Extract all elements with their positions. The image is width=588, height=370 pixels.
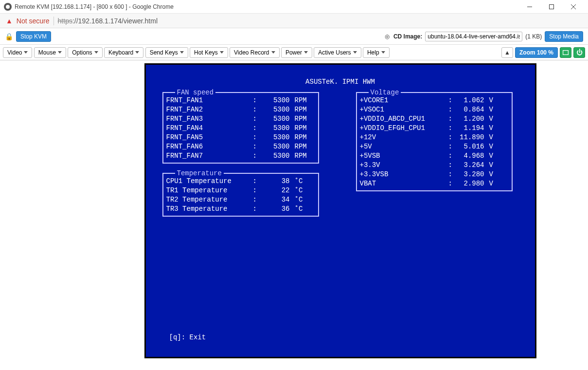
data-row: TR3 Temperature:36˚C <box>166 204 315 214</box>
kvm-frame-border: ASUSTeK. IPMI HWM FAN speed FRNT_FAN1:53… <box>144 63 536 358</box>
data-row: FRNT_FAN6:5300RPM <box>166 142 315 151</box>
chevron-down-icon <box>58 51 62 54</box>
data-row: +5V:5.016V <box>360 142 509 151</box>
stop-kvm-button[interactable]: Stop KVM <box>16 31 51 42</box>
chevron-down-icon <box>381 51 385 54</box>
fan-speed-panel: FAN speed FRNT_FAN1:5300RPMFRNT_FAN2:530… <box>162 92 319 164</box>
svg-rect-4 <box>563 50 569 55</box>
fan-legend: FAN speed <box>175 88 216 97</box>
zoom-button[interactable]: Zoom 100 % <box>515 47 558 58</box>
svg-rect-1 <box>549 4 553 9</box>
menu-video[interactable]: Video <box>3 47 32 58</box>
url-path: ://192.168.1.174/viewer.html <box>72 17 158 25</box>
data-row: FRNT_FAN3:5300RPM <box>166 114 315 124</box>
kvm-toolbar-primary: 🔒 Stop KVM ◎ CD Image: (1 KB) Stop Media <box>0 28 588 45</box>
menu-hot-keys[interactable]: Hot Keys <box>190 47 228 58</box>
url-protocol: https <box>58 17 72 25</box>
chrome-app-icon <box>4 3 12 11</box>
kvm-toolbar-menus: Video Mouse Options Keyboard Send Keys H… <box>0 45 588 60</box>
cd-image-label: CD Image: <box>393 33 422 40</box>
stop-media-button[interactable]: Stop Media <box>545 31 583 42</box>
titlebar: Remote KVM [192.168.1.174] - [800 x 600 … <box>0 0 588 14</box>
chevron-down-icon <box>24 51 28 54</box>
menu-active-users[interactable]: Active Users <box>314 47 361 58</box>
power-button[interactable]: ⏻ <box>573 47 585 58</box>
temperature-panel: Temperature CPU1 Temperature:38˚CTR1 Tem… <box>162 173 319 217</box>
chevron-down-icon <box>220 51 224 54</box>
close-button[interactable] <box>562 0 584 14</box>
maximize-button[interactable] <box>540 0 562 14</box>
data-row: +VDDIO_ABCD_CPU1:1.200V <box>360 114 509 124</box>
cd-image-icon: ◎ <box>385 33 390 40</box>
chevron-down-icon <box>304 51 308 54</box>
data-row: +3.3V:3.264V <box>360 161 509 170</box>
window-controls <box>518 0 584 14</box>
chevron-down-icon <box>353 51 357 54</box>
kvm-viewport: ASUSTeK. IPMI HWM FAN speed FRNT_FAN1:53… <box>0 60 588 361</box>
data-row: FRNT_FAN5:5300RPM <box>166 133 315 142</box>
data-row: FRNT_FAN4:5300RPM <box>166 124 315 133</box>
voltage-panel: Voltage +VCORE1:1.062V+VSOC1:0.864V+VDDI… <box>356 92 513 191</box>
data-row: +12V:11.890V <box>360 133 509 142</box>
data-row: VBAT:2.980V <box>360 179 509 188</box>
not-secure-label[interactable]: Not secure <box>17 17 50 25</box>
exit-hint: [q]: Exit <box>169 333 206 342</box>
address-bar: ▲ Not secure https://192.168.1.174/viewe… <box>0 14 588 28</box>
data-row: TR2 Temperature:34˚C <box>166 195 315 204</box>
chevron-down-icon <box>180 51 184 54</box>
data-row: +3.3VSB:3.280V <box>360 170 509 179</box>
menu-help[interactable]: Help <box>363 47 390 58</box>
cd-image-input[interactable] <box>425 32 522 41</box>
temp-legend: Temperature <box>175 169 224 178</box>
data-row: FRNT_FAN2:5300RPM <box>166 105 315 114</box>
cd-image-size: (1 KB) <box>525 33 542 40</box>
divider <box>53 17 54 25</box>
minimize-button[interactable] <box>518 0 540 14</box>
kvm-screen[interactable]: ASUSTeK. IPMI HWM FAN speed FRNT_FAN1:53… <box>146 65 535 357</box>
data-row: TR1 Temperature:22˚C <box>166 186 315 195</box>
warning-icon: ▲ <box>6 17 13 25</box>
chevron-down-icon <box>94 51 98 54</box>
volt-legend: Voltage <box>369 88 401 97</box>
menu-mouse[interactable]: Mouse <box>34 47 66 58</box>
data-row: +VDDIO_EFGH_CPU1:1.194V <box>360 124 509 133</box>
alert-indicator-icon[interactable]: ▲ <box>501 47 513 58</box>
chevron-down-icon <box>271 51 275 54</box>
window-title: Remote KVM [192.168.1.174] - [800 x 600 … <box>15 3 174 10</box>
data-row: FRNT_FAN7:5300RPM <box>166 151 315 161</box>
fullscreen-button[interactable] <box>560 47 571 58</box>
data-row: +5VSB:4.968V <box>360 151 509 161</box>
menu-video-record[interactable]: Video Record <box>230 47 280 58</box>
menu-power[interactable]: Power <box>281 47 312 58</box>
menu-options[interactable]: Options <box>68 47 102 58</box>
url-display[interactable]: https://192.168.1.174/viewer.html <box>58 17 158 25</box>
chevron-down-icon <box>135 51 139 54</box>
menu-keyboard[interactable]: Keyboard <box>104 47 143 58</box>
ipmi-title: ASUSTeK. IPMI HWM <box>146 77 535 87</box>
data-row: +VSOC1:0.864V <box>360 105 509 114</box>
menu-send-keys[interactable]: Send Keys <box>145 47 188 58</box>
lock-icon: 🔒 <box>5 33 13 40</box>
